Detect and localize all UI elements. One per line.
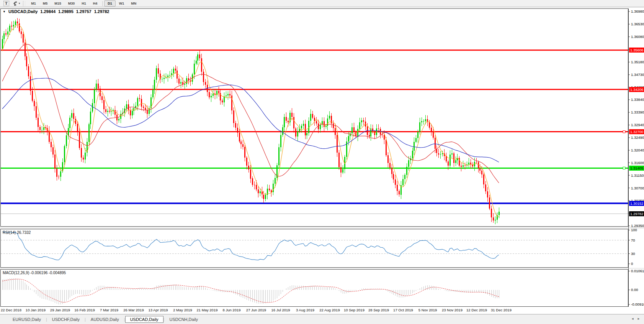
timeframe-button-h4[interactable]: H4	[90, 0, 101, 7]
ohlc-close: 1.29782	[94, 9, 110, 14]
level-price-badge-1-34206[interactable]: 1.34206	[629, 87, 644, 92]
svg-text:0.010615: 0.010615	[631, 269, 644, 273]
level-price-badge-1-32700[interactable]: 1.32700	[629, 129, 644, 134]
svg-text:16 Feb 2019: 16 Feb 2019	[74, 308, 95, 312]
svg-text:16 Jul 2019: 16 Jul 2019	[271, 308, 290, 312]
symbol-dropdown-arrow-icon[interactable]: ▼	[3, 10, 6, 13]
svg-text:10 Jan 2019: 10 Jan 2019	[26, 308, 46, 312]
svg-text:1.31600: 1.31600	[631, 161, 644, 165]
svg-text:26 Mar 2019: 26 Mar 2019	[123, 308, 144, 312]
svg-text:7 Mar 2019: 7 Mar 2019	[100, 308, 118, 312]
svg-text:0.00: 0.00	[631, 288, 638, 292]
timeframe-button-m1[interactable]: M1	[28, 0, 39, 7]
svg-text:70: 70	[631, 238, 635, 242]
svg-text:1.35180: 1.35180	[631, 60, 644, 64]
chevron-down-icon: ▾	[19, 2, 20, 5]
chart-title: ▼ USDCAD,Daily 1.29844 1.29895 1.29757 1…	[3, 9, 109, 14]
svg-text:27 Jun 2019: 27 Jun 2019	[246, 308, 266, 312]
level-price-badge-1-31405[interactable]: 1.31405	[629, 166, 644, 171]
timeframe-button-w1[interactable]: W1	[116, 0, 128, 7]
svg-text:17 Oct 2019: 17 Oct 2019	[393, 308, 413, 312]
toolbar: T ▾ M1M5M15M30H1H4D1W1MN	[0, 0, 644, 7]
svg-text:29 Jan 2019: 29 Jan 2019	[50, 308, 70, 312]
svg-text:1.29350: 1.29350	[631, 224, 644, 228]
timeframe-button-h1[interactable]: H1	[78, 0, 90, 7]
time-axis-labels[interactable]: 22 Dec 201810 Jan 201929 Jan 201916 Feb …	[1, 308, 512, 312]
svg-text:1.36530: 1.36530	[631, 22, 644, 26]
tab-audusd-daily[interactable]: AUDUSD,Daily	[86, 316, 124, 323]
tab-eurusd-daily[interactable]: EURUSD,Daily	[8, 316, 46, 323]
symbol-label: USDCAD,Daily	[8, 9, 38, 14]
text-label-tool-button[interactable]: T	[2, 0, 11, 7]
svg-text:28 Sep 2019: 28 Sep 2019	[368, 308, 389, 312]
trading-terminal-window: T ▾ M1M5M15M30H1H4D1W1MN 1.369801.365301…	[0, 0, 644, 324]
chart-tab-bar: EURUSD,Daily|USDCHF,Daily|AUDUSD,Daily|U…	[0, 314, 644, 324]
svg-text:2 May 2019: 2 May 2019	[173, 308, 192, 312]
svg-text:1.32940: 1.32940	[631, 123, 644, 127]
svg-text:1.31150: 1.31150	[631, 173, 644, 178]
svg-text:30: 30	[631, 252, 635, 256]
tab-scroll-right-icon[interactable]: ►	[637, 317, 640, 321]
svg-text:13 Apr 2019: 13 Apr 2019	[148, 308, 168, 312]
svg-text:100: 100	[631, 228, 637, 232]
tab-usdcnh-daily[interactable]: USDCNH,Daily	[164, 316, 203, 323]
svg-text:1.30700: 1.30700	[631, 186, 644, 190]
svg-text:1.36080: 1.36080	[631, 35, 644, 39]
svg-text:1.33390: 1.33390	[631, 110, 644, 114]
svg-text:1.32490: 1.32490	[631, 135, 644, 140]
arrows-icon	[12, 1, 18, 6]
svg-text:8 Jun 2019: 8 Jun 2019	[222, 308, 240, 312]
svg-text:5 Nov 2019: 5 Nov 2019	[418, 308, 437, 312]
timeframe-button-d1[interactable]: D1	[104, 0, 116, 7]
chart-tabs: EURUSD,Daily|USDCHF,Daily|AUDUSD,Daily|U…	[8, 316, 203, 323]
ohlc-open: 1.29844	[40, 9, 56, 14]
svg-text:1.34730: 1.34730	[631, 72, 644, 77]
svg-text:10 Sep 2019: 10 Sep 2019	[344, 308, 364, 312]
tab-usdcad-daily[interactable]: USDCAD,Daily	[125, 316, 163, 323]
toolbar-grip	[23, 1, 25, 6]
text-tool-icon: T	[3, 1, 9, 6]
svg-text:1.36980: 1.36980	[631, 9, 644, 13]
svg-text:0: 0	[631, 262, 633, 266]
svg-text:12 Dec 2019: 12 Dec 2019	[466, 308, 487, 312]
svg-text:3 Aug 2019: 3 Aug 2019	[296, 308, 314, 312]
svg-text:1.32040: 1.32040	[631, 148, 644, 152]
timeframe-button-mn[interactable]: MN	[127, 0, 140, 7]
panel-frames	[0, 9, 644, 307]
tab-scroll-left-icon[interactable]: ◄	[631, 317, 634, 321]
svg-text:22 Dec 2018: 22 Dec 2018	[1, 308, 21, 312]
level-price-badge-1-35606[interactable]: 1.35606	[629, 48, 644, 53]
price-chart-canvas[interactable]: 1.369801.365301.360801.356301.351801.347…	[0, 7, 644, 314]
current-price-badge: 1.29782	[629, 211, 644, 216]
svg-text:22 Aug 2019: 22 Aug 2019	[319, 308, 340, 312]
rsi-indicator-label: RSI(14) 26.7332	[3, 230, 31, 235]
ohlc-high: 1.29895	[58, 9, 74, 14]
timeframe-button-group: M1M5M15M30H1H4D1W1MN	[28, 0, 140, 7]
tab-usdchf-daily[interactable]: USDCHF,Daily	[47, 316, 85, 323]
timeframe-button-m5[interactable]: M5	[39, 0, 51, 7]
ohlc-low: 1.29757	[76, 9, 92, 14]
svg-text:-0.009185: -0.009185	[631, 302, 644, 306]
macd-indicator-label: MACD(12,26,9) -0.006196 -0.004895	[3, 271, 66, 275]
level-price-badge-1-30152[interactable]: 1.30152	[629, 201, 644, 206]
chart-window: 1.369801.365301.360801.356301.351801.347…	[0, 7, 644, 314]
svg-text:1.33840: 1.33840	[631, 97, 644, 102]
arrow-objects-tool-button[interactable]: ▾	[11, 0, 22, 7]
timeframe-button-m30[interactable]: M30	[65, 0, 78, 7]
svg-text:21 May 2019: 21 May 2019	[197, 308, 218, 312]
tab-scroll-arrows: ◄ ►	[631, 317, 640, 321]
toolbar-separator	[102, 1, 103, 6]
svg-text:23 Nov 2019: 23 Nov 2019	[442, 308, 463, 312]
svg-text:31 Dec 2019: 31 Dec 2019	[491, 308, 512, 312]
timeframe-button-m15[interactable]: M15	[51, 0, 65, 7]
